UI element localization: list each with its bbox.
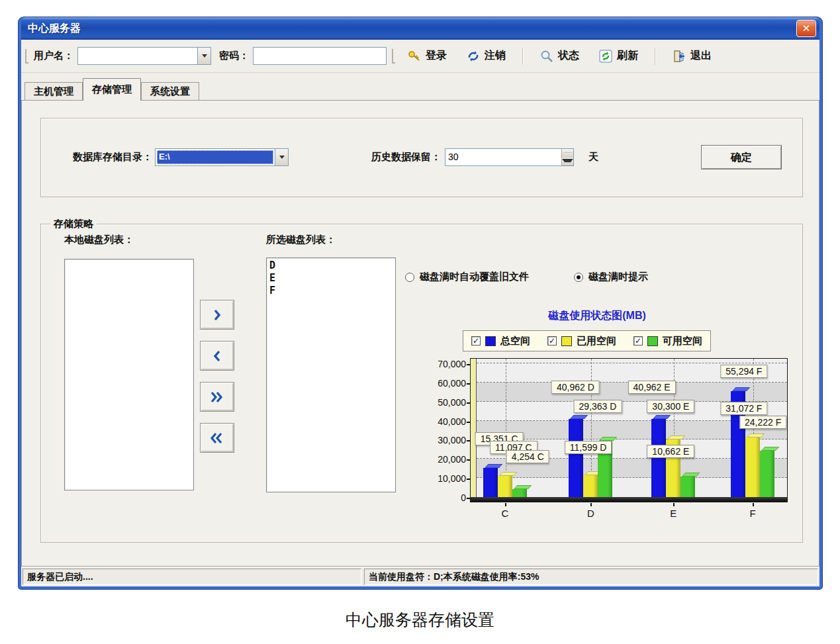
toolbar-grip <box>25 49 28 64</box>
list-item[interactable]: E <box>269 272 393 285</box>
move-right-button[interactable] <box>200 300 234 330</box>
retention-unit-label: 天 <box>588 151 598 163</box>
x-axis-tick <box>590 503 592 506</box>
legend-checkbox[interactable]: ✓ <box>633 336 643 345</box>
move-all-right-button[interactable] <box>200 382 234 412</box>
refresh-icon <box>599 50 612 63</box>
chevron-down-icon <box>562 159 573 163</box>
data-label-callout: 29,363 D <box>574 400 622 413</box>
password-label: 密码： <box>219 50 249 62</box>
disk-usage-chart: 15,351 C11,097 C4,254 C40,962 D29,363 D1… <box>412 354 802 529</box>
x-axis-category-label: E <box>670 508 677 519</box>
storage-management-page: 数据库存储目录： E:\ 历史数据保留： 30 天 确定 <box>21 100 819 567</box>
gridline-horizontal <box>477 363 787 363</box>
legend-label: 可用空间 <box>663 335 702 347</box>
db-dir-combobox[interactable]: E:\ <box>155 148 289 166</box>
y-axis-tick-label: 0 <box>413 492 466 503</box>
x-axis-tick <box>753 503 754 506</box>
list-item[interactable]: F <box>269 285 393 297</box>
username-dropdown-button[interactable] <box>197 48 210 64</box>
y-axis-tick-label: 20,000 <box>413 454 466 465</box>
radio-circle <box>405 273 414 282</box>
data-label-callout: 40,962 E <box>628 381 676 394</box>
legend-item: ✓可用空间 <box>633 335 702 347</box>
username-value[interactable] <box>78 48 197 64</box>
radio-overwrite-old-files[interactable]: 磁盘满时自动覆盖旧文件 <box>405 271 529 283</box>
storage-policy-title: 存储策略 <box>50 218 97 230</box>
spinner-up-button[interactable] <box>562 149 573 158</box>
chart-plot: 15,351 C11,097 C4,254 C40,962 D29,363 D1… <box>470 358 788 502</box>
chart-legend: ✓总空间✓已用空间✓可用空间 <box>463 330 711 351</box>
chart-title: 磁盘使用状态图(MB) <box>412 309 782 323</box>
radio-prompt-label: 磁盘满时提示 <box>588 271 648 283</box>
retention-value[interactable]: 30 <box>445 149 561 165</box>
x-axis-category-label: C <box>501 508 508 519</box>
legend-item: ✓已用空间 <box>547 335 616 347</box>
exit-button[interactable]: 退出 <box>667 46 718 66</box>
tab-bar: 主机管理存储管理系统设置 <box>21 75 819 101</box>
database-settings-panel: 数据库存储目录： E:\ 历史数据保留： 30 天 确定 <box>40 118 803 197</box>
username-combobox[interactable] <box>77 47 211 65</box>
password-field[interactable] <box>253 47 387 65</box>
logout-button-label: 注销 <box>485 49 506 63</box>
x-axis-category-label: D <box>587 508 594 519</box>
y-axis-tick-label: 10,000 <box>413 473 466 484</box>
selected-disk-listbox[interactable]: DEF <box>266 257 396 492</box>
move-left-button[interactable] <box>200 341 234 371</box>
spinner-down-button[interactable] <box>562 158 573 166</box>
data-label-callout: 55,294 F <box>720 365 767 378</box>
y-axis-tick-label: 50,000 <box>413 397 466 408</box>
local-disk-listbox[interactable] <box>64 259 194 490</box>
exit-button-label: 退出 <box>690 49 712 63</box>
close-button[interactable]: ✕ <box>796 20 816 37</box>
key-icon <box>408 50 421 63</box>
storage-policy-group: 存储策略 本地磁盘列表： <box>40 224 803 543</box>
y-axis-tick-label: 70,000 <box>413 359 466 369</box>
login-button[interactable]: 登录 <box>402 46 453 66</box>
status-disk-info: 当前使用盘符：D;本系统磁盘使用率:53% <box>364 569 818 585</box>
status-button[interactable]: 状态 <box>534 46 585 66</box>
tab-system-settings[interactable]: 系统设置 <box>141 82 199 101</box>
y-axis-tick <box>467 498 470 499</box>
legend-checkbox[interactable]: ✓ <box>547 336 557 345</box>
data-label-callout: 4,254 C <box>506 450 549 463</box>
legend-color-swatch <box>485 336 496 346</box>
db-dir-dropdown-button[interactable] <box>275 149 288 165</box>
radio-overwrite-label: 磁盘满时自动覆盖旧文件 <box>420 271 529 283</box>
legend-label: 总空间 <box>500 335 530 347</box>
tab-storage-management[interactable]: 存储管理 <box>83 78 141 101</box>
radio-prompt-when-full[interactable]: 磁盘满时提示 <box>574 271 648 283</box>
bar-C-已用空间 <box>498 476 512 497</box>
figure-caption: 中心服务器存储设置 <box>0 609 840 631</box>
selected-disk-list-label: 所选磁盘列表： <box>266 234 336 246</box>
data-label-callout: 40,962 D <box>551 381 600 394</box>
disk-full-options: 磁盘满时自动覆盖旧文件 磁盘满时提示 <box>405 271 648 283</box>
legend-checkbox[interactable]: ✓ <box>471 336 481 345</box>
bar-E-总空间 <box>651 419 666 497</box>
status-button-label: 状态 <box>558 49 579 63</box>
tab-host-management[interactable]: 主机管理 <box>24 82 83 101</box>
data-label-callout: 24,222 F <box>739 416 786 429</box>
bar-top-cap <box>485 464 502 468</box>
data-label-callout: 11,599 D <box>565 441 612 454</box>
y-axis-tick <box>467 402 470 404</box>
bar-F-可用空间 <box>760 451 774 497</box>
refresh-button[interactable]: 刷新 <box>593 46 644 66</box>
y-axis-tick-label: 30,000 <box>413 435 466 445</box>
bar-C-总空间 <box>483 468 498 497</box>
chevron-down-icon <box>279 156 285 159</box>
toolbar-separator <box>655 48 656 65</box>
bar-C-可用空间 <box>512 489 527 497</box>
x-axis-category-label: F <box>750 508 756 519</box>
titlebar[interactable]: 中心服务器 ✕ <box>21 17 819 40</box>
retention-spinner[interactable]: 30 <box>445 148 574 166</box>
ok-button[interactable]: 确定 <box>701 145 782 169</box>
chevron-up-icon <box>562 152 573 153</box>
search-icon <box>540 50 553 63</box>
logout-button[interactable]: 注销 <box>461 46 512 66</box>
list-item[interactable]: D <box>269 259 393 272</box>
db-dir-value[interactable]: E:\ <box>157 150 273 164</box>
retention-label: 历史数据保留： <box>371 151 441 163</box>
exit-door-icon <box>673 50 686 63</box>
move-all-left-button[interactable] <box>200 423 234 453</box>
